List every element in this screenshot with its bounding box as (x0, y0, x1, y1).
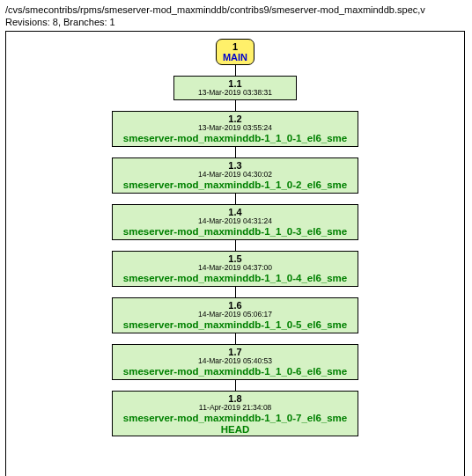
rev-date: 14-Mar-2019 05:06:17 (116, 311, 354, 319)
branch-number: 1 (220, 41, 250, 53)
rev-node-1-5[interactable]: 1.5 14-Mar-2019 04:37:00 smeserver-mod_m… (112, 251, 358, 287)
rev-tag: smeserver-mod_maxminddb-1_1_0-7_el6_sme (116, 413, 354, 424)
rev-node-1-4[interactable]: 1.4 14-Mar-2019 04:31:24 smeserver-mod_m… (112, 204, 358, 240)
revision-graph: 1 MAIN 1.1 13-Mar-2019 03:38:31 1.2 13-M… (5, 31, 465, 476)
rev-node-1-1[interactable]: 1.1 13-Mar-2019 03:38:31 (173, 76, 297, 100)
rev-tag: smeserver-mod_maxminddb-1_1_0-3_el6_sme (116, 226, 354, 238)
rev-tag: smeserver-mod_maxminddb-1_1_0-4_el6_sme (116, 273, 354, 284)
connector (235, 333, 236, 344)
rev-node-1-6[interactable]: 1.6 14-Mar-2019 05:06:17 smeserver-mod_m… (112, 297, 358, 333)
rev-tag: smeserver-mod_maxminddb-1_1_0-6_el6_sme (116, 366, 354, 377)
rev-tag: smeserver-mod_maxminddb-1_1_0-5_el6_sme (116, 319, 354, 331)
connector (235, 100, 236, 111)
rev-node-1-8[interactable]: 1.8 11-Apr-2019 21:34:08 smeserver-mod_m… (112, 391, 358, 436)
connector (235, 147, 236, 157)
branch-name: MAIN (220, 52, 250, 63)
connector (235, 240, 236, 251)
rev-date: 11-Apr-2019 21:34:08 (116, 404, 354, 413)
rev-head-tag: HEAD (116, 424, 354, 436)
rev-tag: smeserver-mod_maxminddb-1_1_0-2_el6_sme (116, 179, 354, 191)
file-path: /cvs/smecontribs/rpms/smeserver-mod_maxm… (5, 4, 467, 16)
rev-node-1-7[interactable]: 1.7 14-Mar-2019 05:40:53 smeserver-mod_m… (112, 344, 358, 380)
rev-node-1-3[interactable]: 1.3 14-Mar-2019 04:30:02 smeserver-mod_m… (112, 157, 358, 194)
rev-date: 13-Mar-2019 03:38:31 (178, 89, 292, 98)
rev-node-1-2[interactable]: 1.2 13-Mar-2019 03:55:24 smeserver-mod_m… (112, 111, 358, 147)
connector (235, 380, 236, 391)
connector (235, 287, 236, 297)
rev-date: 14-Mar-2019 04:31:24 (116, 217, 354, 226)
rev-date: 14-Mar-2019 04:30:02 (116, 171, 354, 179)
rev-date: 14-Mar-2019 05:40:53 (116, 357, 354, 366)
connector (235, 194, 236, 204)
branch-node-main[interactable]: 1 MAIN (216, 39, 254, 65)
rev-date: 13-Mar-2019 03:55:24 (116, 124, 354, 133)
rev-date: 14-Mar-2019 04:37:00 (116, 264, 354, 273)
connector (235, 65, 236, 76)
revisions-summary: Revisions: 8, Branches: 1 (5, 16, 467, 28)
header: /cvs/smecontribs/rpms/smeserver-mod_maxm… (0, 0, 472, 31)
rev-tag: smeserver-mod_maxminddb-1_1_0-1_el6_sme (116, 133, 354, 144)
